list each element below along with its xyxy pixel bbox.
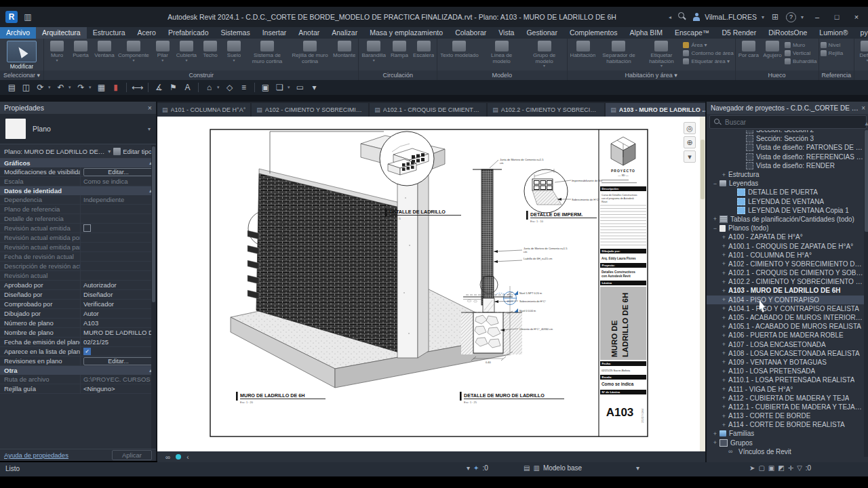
tree-item-secci-n-secci-n-3[interactable]: Sección: Sección 3 [707,134,864,143]
property-section-gr-ficos[interactable]: Gráficos▴ [0,159,156,167]
collapse-icon[interactable]: − [712,225,718,232]
help-menu-caret-icon[interactable]: ▾ [801,14,804,20]
property-value[interactable]: 02/21/25 [81,338,156,346]
tree-item-leyendas[interactable]: −Leyendas [707,179,864,188]
tree-item-vista-de-dise-o-rende[interactable]: Vista de diseño: RENDER [707,161,864,170]
tool-pilar[interactable]: Pilar▾ [151,40,174,63]
expand-icon[interactable]: + [721,403,727,410]
tree-item-v-nculos-de-revit[interactable]: ∞Vínculos de Revit [707,447,864,456]
view-tab-a102-cim[interactable]: ▤A102 - CIMIENTO Y SOBRECIMIENT... [252,103,368,117]
expand-icon[interactable]: + [721,305,727,312]
expand-icon[interactable]: + [712,439,718,446]
ribbon-tab-lumion[interactable]: Lumion® [813,27,854,39]
panel-label-seleccionar[interactable]: Seleccionar ▾ [0,70,43,80]
ribbon-tab-analizar[interactable]: Analizar [326,27,363,39]
checkbox[interactable] [83,224,91,232]
select-links-icon[interactable]: ➤ [749,464,755,472]
property-row-dependencia[interactable]: DependenciaIndependiente [0,195,156,205]
property-row-revisi-n-actual[interactable]: Revisión actual [0,271,156,281]
property-row-rejilla-gu-a[interactable]: Rejilla guía<Ninguno> [0,384,156,394]
undo-icon[interactable]: ↶ [54,82,67,94]
panel-label-plano-de-trabajo[interactable]: Plano de trabajo [854,70,868,80]
property-row-comprobado-por[interactable]: Comprobado porVerificador [0,300,156,309]
properties-help-link[interactable]: Ayuda de propiedades [4,451,68,459]
ribbon-tab-sistemas[interactable]: Sistemas [214,27,256,39]
tree-item-vista-de-dise-o-patro[interactable]: Vista de diseño: PATRONES DE DISEÑO Y DE… [707,143,864,152]
expand-icon[interactable]: + [721,270,727,277]
tool-rea[interactable]: Área ▾ [683,41,733,49]
tool-puerta[interactable]: Puerta [69,40,92,60]
search-history-caret-icon[interactable]: ◂ [669,14,671,20]
ribbon-tab-dirootsone[interactable]: DiRootsOne [762,27,813,39]
redo-icon[interactable]: ↷ [75,82,87,94]
tree-item-leyenda-de-ventana[interactable]: LEYENDA DE VENTANA [707,197,864,206]
instance-selector[interactable]: Plano: MURO DE LADRILLO DE 6H ▾ Editar t… [0,144,156,159]
tool-techo[interactable]: Techo [199,40,222,60]
ribbon-tab-masa-y-emplazamiento[interactable]: Masa y emplazamiento [363,27,449,39]
property-value[interactable]: <Ninguno> [81,385,156,392]
more-tools-icon[interactable]: ▾ [308,82,321,94]
property-value[interactable]: Independiente [81,196,156,203]
ribbon-tab-vista[interactable]: Vista [492,27,520,39]
tree-item-planos-todo[interactable]: −Planos (todo) [707,224,864,232]
default-3d-view-icon[interactable]: ⌂ [203,82,216,94]
tree-item-a105-1-acabado-de-mu[interactable]: +A105.1 - ACABADO DE MUROS REALISTA [707,322,864,331]
reveal-hidden-elements-icon[interactable] [176,454,181,460]
apply-button[interactable]: Aplicar [112,450,152,460]
property-row-aparece-en-la-lista-de-planos[interactable]: Aparece en la lista de planos✓ [0,347,156,357]
help-icon[interactable]: ? [786,12,796,22]
tool-etiquetar-rea[interactable]: Etiquetar área ▾ [683,58,733,65]
tree-item-a107-losa-encasetona[interactable]: +A107 - LOSA ENCASETONADA [707,340,864,349]
tool-sistema-de-muro-cortina[interactable]: Sistema de muro cortina [246,40,288,65]
browser-scrollbar[interactable]: ▲ [864,130,868,457]
project-browser-header[interactable]: Navegador de proyectos - C.D.C._CORTE DE… [707,102,868,114]
search-icon[interactable] [676,11,688,23]
checkbox-checked[interactable]: ✓ [83,348,91,355]
tree-item-grupos[interactable]: +Grupos [707,439,864,447]
property-row-descripci-n-de-revisi-n-act[interactable]: Descripción de revisión act... [0,262,156,271]
tree-item-a102-cimiento-y-sobr[interactable]: +A102 - CIMIENTO Y SOBRECIMIENTO DE H°C° [707,260,864,268]
scroll-up-icon[interactable]: ▲ [864,121,868,127]
expand-icon[interactable]: + [721,413,727,420]
properties-close-icon[interactable]: × [148,104,152,112]
tree-item-a104-piso-y-contrapi[interactable]: +A104 - PISO Y CONTRAPISO [707,296,864,304]
tree-item-a108-losa-encasetona[interactable]: +A108 - LOSA ENCASETONADA REALISTA [707,349,864,358]
expand-icon[interactable]: + [721,332,727,339]
panel-label-construir[interactable]: Construir [44,70,358,80]
browser-search-input[interactable]: Buscar [709,115,867,129]
tree-item-a101-columna-de-h-a[interactable]: +A101 - COLUMNA DE H°A° [707,251,864,260]
tree-item-a114-corte-de-borde[interactable]: +A114 - CORTE DE BORDE REALISTA [707,420,864,429]
type-selector-caret-icon[interactable]: ▾ [148,126,151,132]
worksets-control[interactable]: ▾ ✦ :0 [467,464,488,472]
ribbon-tab-acero[interactable]: Acero [132,27,162,39]
tree-item-a105-acabado-de-muro[interactable]: +A105 - ACABADO DE MUROS INTERIORES [707,313,864,322]
property-row-dibujado-por[interactable]: Dibujado porAutor [0,309,156,319]
collapse-icon[interactable]: − [712,180,718,187]
ribbon-tab-complementos[interactable]: Complementos [564,27,624,39]
tree-item-a103-muro-de-ladrill[interactable]: +A103 - MURO DE LADRILLO DE 6H [707,286,864,295]
tool-rejilla-de-muro-cortina[interactable]: Rejilla de muro cortina [289,40,331,65]
collapse-icon[interactable]: ‹ [186,453,189,461]
design-options-caret[interactable]: ▾ [636,464,639,472]
tool-muro[interactable]: Muro [785,41,817,49]
property-value[interactable]: Verificador [81,300,156,308]
tree-item-a112-cubierta-de-mad[interactable]: +A112 - CUBIERTA DE MADERA Y TEJA [707,394,864,403]
zoom-icon[interactable]: ⊕ [684,136,696,148]
tag-by-category-icon[interactable]: ⚑ [167,82,180,94]
maximize-button[interactable]: □ [831,13,843,21]
tool-agujero[interactable]: Agujero [761,40,784,60]
type-selector[interactable]: Plano ▾ [0,114,156,144]
tool-muro[interactable]: Muro▾ [45,40,68,63]
property-row-n-mero-de-plano[interactable]: Número de planoA103 [0,319,156,328]
drag-on-selection-icon[interactable]: ✛ [788,464,793,472]
expand-icon[interactable]: + [721,234,727,241]
expand-icon[interactable]: + [721,296,727,303]
expand-icon[interactable]: + [721,260,727,267]
view-tab-a101-col[interactable]: ▤A101 - COLUMNA DE H°A° [157,103,250,117]
tree-item-a110-losa-pretensada[interactable]: +A110 - LOSA PRETENSADA [707,367,864,375]
user-menu-caret-icon[interactable]: ▾ [762,14,764,20]
property-value[interactable]: Como se indica [81,178,156,185]
ribbon-tab-pyrevit[interactable]: pyRevit [854,27,868,39]
expand-icon[interactable]: + [721,314,727,321]
caret-icon[interactable]: ▾ [68,85,73,90]
